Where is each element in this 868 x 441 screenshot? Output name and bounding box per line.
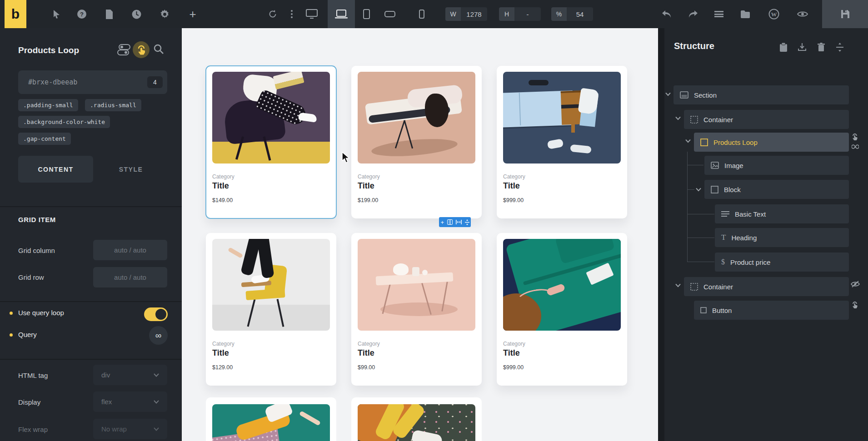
html-tag-select[interactable]: div — [93, 365, 167, 385]
import-icon[interactable] — [798, 43, 807, 54]
undo-icon[interactable] — [658, 0, 676, 28]
product-price[interactable]: $999.00 — [503, 197, 524, 203]
device-tablet-portrait-icon[interactable] — [357, 0, 375, 28]
product-card-selected[interactable]: Category Title $149.00 — [206, 66, 336, 218]
product-category[interactable]: Category — [503, 341, 525, 347]
product-category[interactable]: Category — [212, 341, 234, 347]
folder-icon[interactable] — [736, 0, 754, 28]
chevron-down-icon[interactable] — [665, 92, 671, 98]
query-loop-indicator-icon[interactable] — [852, 143, 859, 151]
product-title[interactable]: Title — [503, 181, 520, 191]
product-title[interactable]: Title — [503, 348, 520, 358]
product-image[interactable] — [358, 239, 475, 331]
tree-item-heading[interactable]: T Heading — [715, 228, 849, 247]
canvas-height-input[interactable]: - — [514, 7, 541, 21]
product-price[interactable]: $199.00 — [358, 197, 378, 203]
tree-item-container-2[interactable]: Container — [684, 277, 849, 296]
tree-item-block[interactable]: Block — [704, 180, 849, 199]
class-chip[interactable]: .gap-content — [18, 133, 71, 145]
search-icon[interactable] — [154, 44, 164, 56]
element-id-count-badge[interactable]: 4 — [147, 76, 163, 88]
product-title[interactable]: Title — [358, 348, 374, 358]
element-id-input[interactable]: #brxe-dbeeab 4 — [18, 70, 167, 94]
columns-icon[interactable] — [447, 219, 453, 225]
paste-icon[interactable] — [779, 43, 788, 54]
grid-row-input[interactable]: auto / auto — [93, 267, 167, 287]
tree-item-image[interactable]: Image — [704, 156, 849, 175]
product-card[interactable]: Category Title $999.00 — [497, 66, 627, 218]
grid-column-input[interactable]: auto / auto — [93, 240, 167, 260]
product-title[interactable]: Title — [212, 181, 229, 191]
help-icon[interactable]: ? — [73, 0, 91, 28]
tree-item-products-loop[interactable]: Products Loop — [694, 133, 849, 152]
settings-gear-icon[interactable] — [155, 0, 174, 28]
device-mobile-icon[interactable] — [413, 0, 431, 28]
reload-icon[interactable] — [264, 0, 282, 28]
save-button[interactable] — [822, 0, 868, 28]
collapse-all-icon[interactable] — [836, 43, 843, 54]
product-card[interactable]: Category Title $199.00 — [351, 66, 482, 218]
tree-item-basic-text[interactable]: Basic Text — [715, 204, 849, 223]
split-vertical-icon[interactable] — [465, 219, 469, 225]
tree-item-container[interactable]: Container — [684, 110, 849, 129]
more-options-icon[interactable] — [283, 0, 301, 28]
preview-eye-icon[interactable] — [793, 0, 812, 28]
query-infinity-button[interactable]: ∞ — [149, 326, 168, 345]
tree-item-button[interactable]: Button — [694, 301, 849, 320]
product-card[interactable] — [206, 397, 336, 441]
select-pointer-icon[interactable] — [47, 0, 65, 28]
chevron-down-icon[interactable] — [696, 188, 701, 193]
product-category[interactable]: Category — [212, 173, 234, 180]
product-image[interactable] — [503, 239, 621, 331]
class-chip[interactable]: .background-color-white — [18, 116, 110, 128]
product-price[interactable]: $129.00 — [212, 364, 233, 371]
product-price[interactable]: $999.00 — [503, 364, 524, 371]
add-icon[interactable]: + — [440, 219, 444, 226]
bricks-logo[interactable]: b — [5, 0, 26, 28]
product-card[interactable] — [351, 397, 482, 441]
canvas-zoom-input[interactable]: 54 — [567, 7, 593, 21]
display-select[interactable]: flex — [93, 391, 167, 412]
canvas-width-input[interactable]: 1278 — [461, 7, 487, 21]
product-price[interactable]: $149.00 — [212, 197, 233, 203]
interactions-indicator-icon[interactable] — [852, 302, 858, 311]
device-desktop-icon[interactable] — [303, 0, 321, 28]
product-image[interactable] — [212, 404, 330, 441]
use-query-loop-toggle[interactable] — [144, 307, 168, 321]
product-image[interactable] — [358, 404, 475, 441]
visibility-off-icon[interactable] — [851, 281, 860, 289]
product-category[interactable]: Category — [358, 173, 380, 180]
tab-content[interactable]: CONTENT — [18, 156, 93, 183]
device-tablet-landscape-icon[interactable] — [381, 0, 399, 28]
wordpress-icon[interactable]: W — [765, 0, 783, 28]
interactions-active-icon[interactable] — [133, 41, 150, 58]
device-laptop-icon[interactable] — [328, 0, 355, 28]
redo-icon[interactable] — [684, 0, 702, 28]
product-title[interactable]: Title — [212, 348, 229, 358]
product-category[interactable]: Category — [358, 341, 380, 347]
product-price[interactable]: $99.00 — [358, 364, 375, 371]
product-card[interactable]: Category Title $129.00 — [206, 233, 336, 386]
element-action-toolbar[interactable]: + — [439, 217, 471, 227]
interactions-indicator-icon[interactable] — [852, 134, 858, 143]
chevron-down-icon[interactable] — [675, 116, 681, 122]
tree-item-product-price[interactable]: $ Product price — [715, 253, 849, 272]
tab-style[interactable]: STYLE — [106, 156, 156, 183]
product-category[interactable]: Category — [503, 173, 525, 180]
chevron-down-icon[interactable] — [675, 283, 681, 289]
product-card[interactable]: Category Title $99.00 — [351, 233, 482, 386]
delete-icon[interactable] — [818, 43, 825, 54]
page-settings-icon[interactable] — [100, 0, 118, 28]
history-icon[interactable] — [127, 0, 145, 28]
resize-horizontal-icon[interactable] — [456, 220, 462, 224]
product-image[interactable] — [358, 72, 475, 164]
templates-icon[interactable] — [710, 0, 728, 28]
toggle-controls-icon[interactable] — [117, 43, 131, 59]
product-image[interactable] — [503, 72, 621, 164]
editor-canvas[interactable]: Category Title $149.00 Category Title $1… — [182, 28, 658, 441]
class-chip[interactable]: .padding-small — [18, 99, 78, 111]
product-title[interactable]: Title — [358, 181, 374, 191]
flex-wrap-select[interactable]: No wrap — [93, 419, 167, 439]
add-element-icon[interactable]: + — [184, 0, 202, 28]
class-chip[interactable]: .radius-small — [85, 99, 141, 111]
